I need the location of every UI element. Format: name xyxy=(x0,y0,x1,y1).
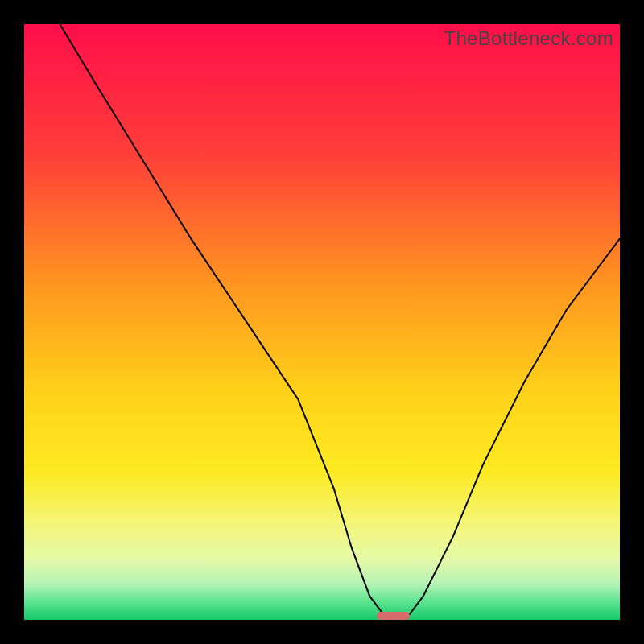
optimal-range-marker xyxy=(377,612,410,620)
plot-area: TheBottleneck.com xyxy=(24,24,620,620)
bottleneck-curve xyxy=(24,24,620,620)
chart-frame: TheBottleneck.com xyxy=(0,0,644,644)
